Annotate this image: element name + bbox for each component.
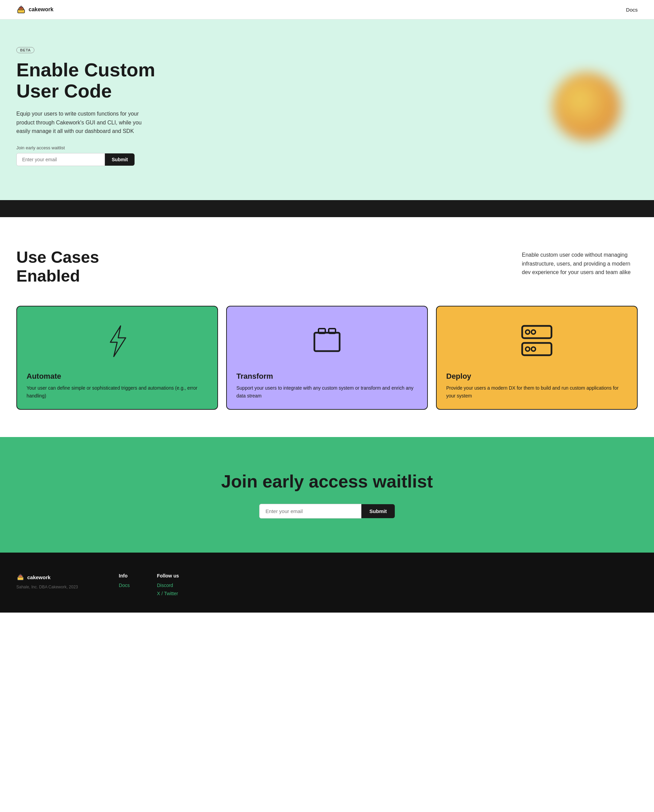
svg-rect-4 — [315, 333, 339, 351]
svg-point-12 — [531, 347, 535, 351]
hero-orb — [553, 72, 620, 141]
use-cases-title: Use Cases Enabled — [16, 248, 125, 285]
deploy-icon-area — [446, 317, 627, 365]
cards-grid: Automate Your user can define simple or … — [16, 306, 638, 410]
beta-badge: BETA — [16, 47, 34, 53]
automate-card-desc: Your user can define simple or sophistic… — [27, 384, 208, 400]
join-email-input[interactable] — [259, 504, 361, 518]
nav-logo[interactable]: cakework — [16, 5, 53, 14]
footer-info-title: Info — [119, 573, 130, 579]
footer-logo-text: cakework — [27, 575, 50, 580]
navbar: cakework Docs — [0, 0, 654, 20]
footer-docs-link[interactable]: Docs — [119, 582, 130, 588]
footer-brand: cakework Sahale, Inc. DBA Cakework, 2023 — [16, 573, 78, 590]
deploy-card-desc: Provide your users a modern DX for them … — [446, 384, 627, 400]
svg-point-8 — [526, 330, 530, 334]
footer-info-col: Info Docs — [119, 573, 130, 599]
svg-rect-10 — [522, 343, 552, 355]
hero-section: BETA Enable Custom User Code Equip your … — [0, 20, 654, 200]
card-deploy: Deploy Provide your users a modern DX fo… — [436, 306, 638, 410]
hero-title: Enable Custom User Code — [16, 59, 180, 101]
use-cases-header: Use Cases Enabled Enable custom user cod… — [16, 248, 638, 285]
transform-card-desc: Support your users to integrate with any… — [236, 384, 418, 400]
automate-card-title: Automate — [27, 372, 208, 381]
hero-content: BETA Enable Custom User Code Equip your … — [16, 47, 180, 166]
footer: cakework Sahale, Inc. DBA Cakework, 2023… — [0, 553, 654, 613]
footer-logo: cakework — [16, 573, 78, 581]
transform-icon-area — [236, 317, 418, 365]
join-form: Submit — [259, 504, 395, 518]
card-automate: Automate Your user can define simple or … — [16, 306, 218, 410]
hero-email-input[interactable] — [16, 153, 105, 166]
nav-logo-text: cakework — [29, 6, 53, 12]
join-title: Join early access waitlist — [221, 471, 432, 492]
deploy-card-title: Deploy — [446, 372, 627, 381]
hero-visual — [535, 62, 638, 151]
footer-copyright: Sahale, Inc. DBA Cakework, 2023 — [16, 585, 78, 590]
join-submit-button[interactable]: Submit — [361, 504, 395, 518]
footer-follow-title: Follow us — [157, 573, 179, 579]
black-divider — [0, 200, 654, 217]
footer-links-group: Info Docs Follow us Discord X / Twitter — [119, 573, 179, 599]
footer-logo-icon — [16, 573, 24, 581]
box-icon — [308, 322, 346, 360]
hero-subtitle: Equip your users to write custom functio… — [16, 109, 146, 136]
cakework-logo-icon — [16, 5, 26, 14]
svg-point-9 — [531, 330, 535, 334]
use-cases-section: Use Cases Enabled Enable custom user cod… — [0, 217, 654, 437]
bolt-icon — [98, 322, 136, 360]
join-section: Join early access waitlist Submit — [0, 437, 654, 553]
transform-card-title: Transform — [236, 372, 418, 381]
card-transform: Transform Support your users to integrat… — [226, 306, 428, 410]
nav-docs-link[interactable]: Docs — [626, 7, 638, 12]
footer-discord-link[interactable]: Discord — [157, 582, 179, 588]
use-cases-description: Enable custom user code without managing… — [522, 248, 638, 277]
automate-icon-area — [27, 317, 208, 365]
hero-submit-button[interactable]: Submit — [105, 153, 134, 165]
waitlist-label: Join early access waitlist — [16, 145, 180, 150]
svg-point-11 — [526, 347, 530, 351]
footer-twitter-link[interactable]: X / Twitter — [157, 591, 179, 596]
server-icon — [518, 321, 556, 362]
svg-rect-7 — [522, 326, 552, 338]
hero-email-form: Submit — [16, 153, 180, 166]
footer-inner: cakework Sahale, Inc. DBA Cakework, 2023… — [16, 573, 638, 599]
footer-follow-col: Follow us Discord X / Twitter — [157, 573, 179, 599]
